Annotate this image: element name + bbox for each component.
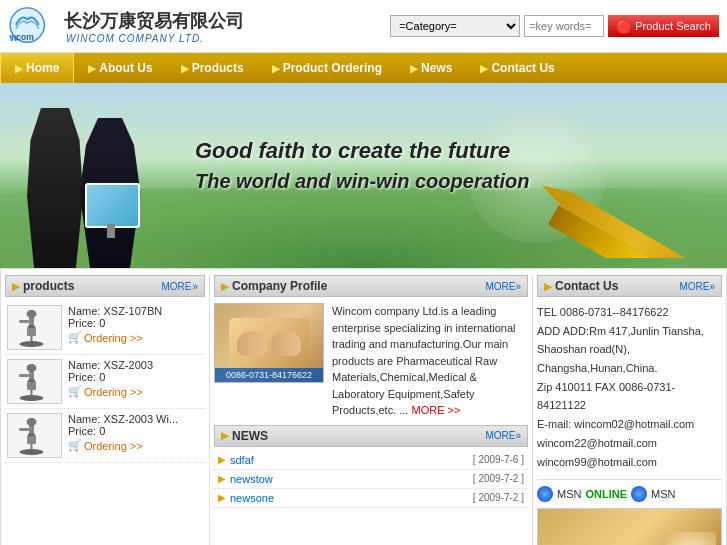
nav-about[interactable]: ▶ About Us — [74, 53, 166, 83]
nav-arrow-home: ▶ — [15, 63, 23, 74]
product-info-1: Name: XSZ-107BN Price: 0 🛒 Ordering >> — [68, 305, 203, 344]
news-title-3[interactable]: newsone — [230, 492, 274, 504]
nav-home[interactable]: ▶ Home — [0, 53, 74, 83]
banner-text: Good faith to create the future The worl… — [195, 138, 529, 193]
news-title: ▶ NEWS — [221, 429, 268, 443]
product-name-1: Name: XSZ-107BN — [68, 305, 203, 317]
svg-rect-9 — [19, 320, 29, 323]
search-icon: 🔴 — [616, 19, 632, 34]
svg-rect-23 — [19, 428, 29, 431]
news-title-1[interactable]: sdfaf — [230, 454, 254, 466]
product-price-3: Price: 0 — [68, 425, 203, 437]
svg-point-4 — [26, 310, 36, 318]
nav-arrow-ordering: ▶ — [272, 63, 280, 74]
profile-more-text-link[interactable]: MORE >> — [411, 404, 460, 416]
navbar: ▶ Home ▶ About Us ▶ Products ▶ Product O… — [0, 53, 727, 83]
banner-pen — [517, 88, 727, 258]
news-section: ▶ NEWS MORE» ▶ sdfaf [ 2009-7-6 ] — [214, 425, 528, 508]
keyword-input[interactable] — [524, 15, 604, 37]
product-image-1 — [7, 305, 62, 350]
contact-column: ▶ Contact Us MORE» TEL 0086-0731--841766… — [537, 275, 722, 545]
profile-content: 0086-0731-84176622 Wincom company Ltd.is… — [214, 303, 528, 419]
logo-icon: ncom W — [8, 6, 58, 46]
news-more-link[interactable]: MORE» — [485, 430, 521, 441]
divider-2 — [532, 275, 533, 545]
contact-thumbnail — [537, 508, 722, 545]
svg-rect-13 — [27, 382, 36, 390]
company-name-cn: 长沙万康贸易有限公司 — [64, 9, 244, 33]
news-arrow-3: ▶ — [218, 492, 226, 503]
product-price-2: Price: 0 — [68, 371, 203, 383]
nav-arrow-about: ▶ — [88, 63, 96, 74]
news-section-header: ▶ NEWS MORE» — [214, 425, 528, 447]
contact-more-link[interactable]: MORE» — [679, 281, 715, 292]
company-names: 长沙万康贸易有限公司 WINCOM COMPANY LTD. — [64, 9, 244, 44]
contact-title-arrow: ▶ — [544, 281, 552, 292]
product-order-2[interactable]: 🛒 Ordering >> — [68, 385, 203, 398]
news-item-2: ▶ newstow [ 2009-7-2 ] — [214, 470, 528, 489]
news-date-3: [ 2009-7-2 ] — [473, 492, 524, 503]
svg-rect-16 — [19, 374, 29, 377]
msn-icon-2 — [631, 486, 647, 502]
profile-phone-overlay: 0086-0731-84176622 — [215, 368, 323, 382]
news-item-3: ▶ newsone [ 2009-7-2 ] — [214, 489, 528, 508]
msn-icon-1 — [537, 486, 553, 502]
search-button[interactable]: 🔴 Product Search — [608, 15, 719, 37]
profile-section-header: ▶ Company Profile MORE» — [214, 275, 528, 297]
contact-section-header: ▶ Contact Us MORE» — [537, 275, 722, 297]
svg-point-22 — [19, 449, 43, 455]
search-label: Product Search — [635, 20, 711, 32]
nav-ordering[interactable]: ▶ Product Ordering — [258, 53, 396, 83]
news-item-3-left: ▶ newsone — [218, 492, 274, 504]
microscope-icon-3 — [14, 416, 56, 456]
microscope-icon-2 — [14, 362, 56, 402]
product-image-2 — [7, 359, 62, 404]
nav-contact[interactable]: ▶ Contact Us — [466, 53, 568, 83]
product-order-3[interactable]: 🛒 Ordering >> — [68, 439, 203, 452]
svg-point-11 — [26, 364, 36, 372]
products-title: ▶ products — [12, 279, 74, 293]
banner-line2: The world and win-win cooperation — [195, 170, 529, 193]
contact-info: TEL 0086-0731--84176622 ADD ADD:Rm 417,J… — [537, 303, 722, 471]
banner-line1: Good faith to create the future — [195, 138, 529, 164]
profile-text: Wincom company Ltd.is a leading enterpri… — [332, 303, 528, 419]
svg-rect-20 — [27, 436, 36, 444]
divider-1 — [209, 275, 210, 545]
news-item-1-left: ▶ sdfaf — [218, 454, 254, 466]
product-item-3: Name: XSZ-2003 Wi... Price: 0 🛒 Ordering… — [5, 409, 205, 463]
product-item-1: Name: XSZ-107BN Price: 0 🛒 Ordering >> — [5, 301, 205, 355]
news-arrow-2: ▶ — [218, 473, 226, 484]
svg-point-8 — [19, 341, 43, 347]
news-arrow-1: ▶ — [218, 454, 226, 465]
product-info-2: Name: XSZ-2003 Price: 0 🛒 Ordering >> — [68, 359, 203, 398]
microscope-icon-1 — [14, 308, 56, 348]
company-name-en: WINCOM COMPANY LTD. — [66, 33, 244, 44]
products-section-header: ▶ products MORE » — [5, 275, 205, 297]
profile-more-link[interactable]: MORE» — [485, 281, 521, 292]
profile-title: ▶ Company Profile — [221, 279, 327, 293]
main-content: ▶ products MORE » — [0, 268, 727, 545]
products-more-arrows: » — [192, 281, 198, 292]
news-item-1: ▶ sdfaf [ 2009-7-6 ] — [214, 451, 528, 470]
banner-people — [0, 93, 180, 268]
msn-section: MSN ONLINE MSN — [537, 479, 722, 502]
middle-column: ▶ Company Profile MORE» 0086-0731-841766… — [214, 275, 528, 545]
cart-icon-3: 🛒 — [68, 439, 82, 452]
product-image-3 — [7, 413, 62, 458]
news-date-1: [ 2009-7-6 ] — [473, 454, 524, 465]
product-order-1[interactable]: 🛒 Ordering >> — [68, 331, 203, 344]
category-select[interactable]: =Category= — [390, 15, 520, 37]
news-date-2: [ 2009-7-2 ] — [473, 473, 524, 484]
product-name-3: Name: XSZ-2003 Wi... — [68, 413, 203, 425]
news-item-2-left: ▶ newstow — [218, 473, 273, 485]
nav-arrow-contact: ▶ — [480, 63, 488, 74]
svg-point-15 — [19, 395, 43, 401]
nav-arrow-products: ▶ — [181, 63, 189, 74]
products-more-link[interactable]: MORE » — [161, 281, 198, 292]
contact-title: ▶ Contact Us — [544, 279, 618, 293]
svg-rect-6 — [27, 328, 36, 336]
nav-products[interactable]: ▶ Products — [167, 53, 258, 83]
nav-news[interactable]: ▶ News — [396, 53, 466, 83]
search-area: =Category= 🔴 Product Search — [390, 15, 719, 37]
news-title-2[interactable]: newstow — [230, 473, 273, 485]
